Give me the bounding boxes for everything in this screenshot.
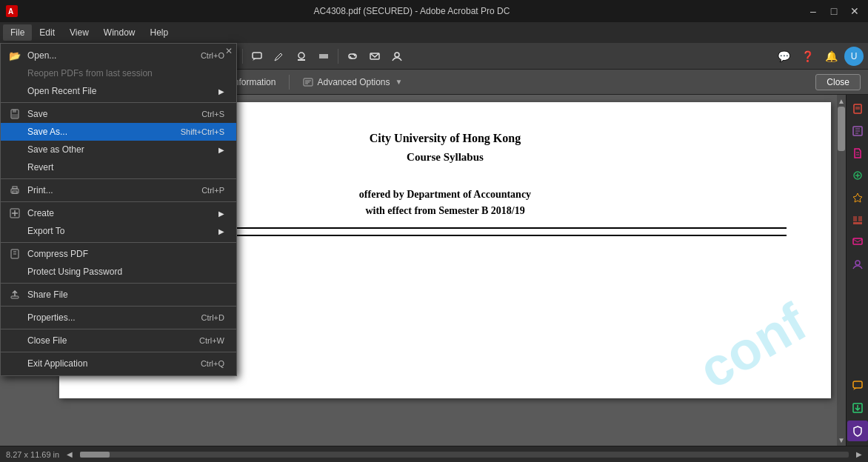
title-bar: A AC4308.pdf (SECURED) - Adobe Acrobat P… [0, 0, 868, 22]
menu-bar: File Edit View Window Help [0, 22, 868, 43]
menu-item-share[interactable]: Share File [1, 286, 236, 304]
stamp-button[interactable] [291, 46, 312, 67]
svg-point-15 [298, 53, 304, 58]
menu-view[interactable]: View [62, 24, 96, 41]
right-panel-btn-6[interactable] [848, 210, 867, 230]
svg-marker-39 [853, 193, 862, 202]
compress-label: Compress PDF [27, 249, 88, 259]
scroll-up-button[interactable]: ▲ [837, 95, 846, 107]
right-panel [846, 95, 868, 446]
properties-icon [8, 311, 21, 324]
share-icon [8, 288, 21, 301]
close-window-button[interactable]: ✕ [847, 4, 862, 19]
menu-item-recent[interactable]: Open Recent File ▶ [1, 82, 236, 100]
revert-label: Revert [27, 162, 53, 173]
fmenu-sep-2 [1, 178, 236, 179]
saveas-label: Save As... [27, 127, 67, 137]
svg-rect-13 [253, 53, 261, 58]
menu-item-properties[interactable]: Properties... Ctrl+D [1, 309, 236, 327]
advanced-options-label: Advanced Options [317, 77, 390, 87]
menu-file[interactable]: File [3, 24, 32, 41]
saveas-icon [8, 125, 21, 138]
save-label: Save [27, 109, 47, 119]
menu-item-compress[interactable]: Compress PDF [1, 245, 236, 263]
help-icon[interactable]: ❓ [797, 46, 818, 67]
menu-item-saveas[interactable]: Save As... Shift+Ctrl+S [1, 123, 236, 141]
right-panel-btn-8[interactable] [848, 255, 867, 274]
svg-rect-16 [298, 59, 305, 61]
advanced-options-button[interactable]: Advanced Options ▼ [296, 74, 410, 90]
svg-rect-43 [853, 238, 862, 244]
user-button[interactable] [387, 46, 407, 67]
toolbar-separator-5 [338, 49, 338, 64]
right-panel-comment-btn[interactable] [848, 376, 867, 395]
menu-item-reopen: Reopen PDFs from last session [1, 64, 236, 82]
right-panel-btn-5[interactable] [848, 188, 867, 207]
create-arrow: ▶ [218, 210, 224, 218]
advanced-dropdown-arrow: ▼ [395, 78, 403, 86]
menu-item-create[interactable]: Create ▶ [1, 204, 236, 222]
menu-item-print[interactable]: Print... Ctrl+P [1, 181, 236, 199]
exit-shortcut: Ctrl+Q [201, 359, 224, 368]
fmenu-sep-1 [1, 102, 236, 103]
message-icon[interactable]: 💬 [773, 46, 794, 67]
scroll-right-button[interactable]: ▶ [856, 450, 862, 458]
svg-rect-53 [13, 187, 17, 189]
right-panel-btn-4[interactable] [848, 166, 867, 185]
right-panel-btn-3[interactable] [848, 144, 867, 163]
app-icon: A [6, 5, 18, 17]
scroll-thumb[interactable] [838, 107, 845, 151]
right-panel-btn-1[interactable] [848, 99, 867, 118]
menu-edit[interactable]: Edit [32, 24, 62, 41]
fmenu-sep-5 [1, 283, 236, 284]
menu-help[interactable]: Help [143, 24, 176, 41]
export-arrow: ▶ [218, 227, 224, 235]
scroll-track[interactable] [837, 95, 846, 446]
send-button[interactable] [364, 46, 385, 67]
right-panel-btn-7[interactable] [848, 232, 867, 252]
close-protect-button[interactable]: Close [815, 74, 861, 90]
protect-pass-label: Protect Using Password [27, 267, 122, 277]
user-avatar[interactable]: U [844, 47, 864, 66]
closefile-icon [8, 334, 21, 347]
reopen-icon [8, 67, 21, 80]
svg-rect-41 [853, 216, 857, 221]
scroll-left-button[interactable]: ◀ [67, 450, 73, 458]
open-label: Open... [27, 50, 56, 61]
share-label: Share File [27, 289, 68, 300]
menu-item-revert[interactable]: Revert [1, 158, 236, 176]
svg-rect-17 [319, 54, 328, 58]
link-button[interactable] [342, 46, 363, 67]
scroll-down-button[interactable]: ▼ [837, 434, 846, 446]
menu-window[interactable]: Window [96, 24, 143, 41]
maximize-button[interactable]: □ [827, 4, 841, 19]
menu-item-exit[interactable]: Exit Application Ctrl+Q [1, 355, 236, 372]
recent-arrow: ▶ [218, 87, 224, 96]
menu-item-open[interactable]: 📂 Open... Ctrl+O [1, 47, 236, 64]
pen-button[interactable] [269, 46, 290, 67]
menu-item-protect-pass[interactable]: Protect Using Password [1, 263, 236, 281]
saveother-icon [8, 143, 21, 156]
fmenu-sep-4 [1, 242, 236, 243]
svg-rect-45 [853, 381, 862, 388]
fmenu-sep-8 [1, 352, 236, 352]
compress-icon [8, 247, 21, 261]
comment-button[interactable] [247, 46, 267, 67]
redact-button[interactable] [313, 46, 334, 67]
menu-item-export[interactable]: Export To ▶ [1, 222, 236, 240]
right-panel-shield-btn[interactable] [847, 421, 868, 441]
menu-item-saveother[interactable]: Save as Other ▶ [1, 141, 236, 158]
horizontal-scroll-track[interactable] [80, 452, 849, 458]
horizontal-scroll-thumb[interactable] [80, 452, 110, 458]
menu-item-closefile[interactable]: Close File Ctrl+W [1, 332, 236, 349]
menu-item-save[interactable]: Save Ctrl+S [1, 105, 236, 123]
right-panel-export-btn[interactable] [848, 398, 867, 418]
properties-shortcut: Ctrl+D [201, 313, 224, 322]
right-panel-btn-2[interactable] [848, 121, 867, 141]
notifications-icon[interactable]: 🔔 [821, 46, 841, 67]
svg-rect-61 [11, 296, 19, 298]
saveother-arrow: ▶ [218, 146, 224, 154]
watermark: conf [689, 291, 817, 400]
saveas-shortcut: Shift+Ctrl+S [181, 127, 224, 136]
minimize-button[interactable]: – [806, 4, 821, 19]
